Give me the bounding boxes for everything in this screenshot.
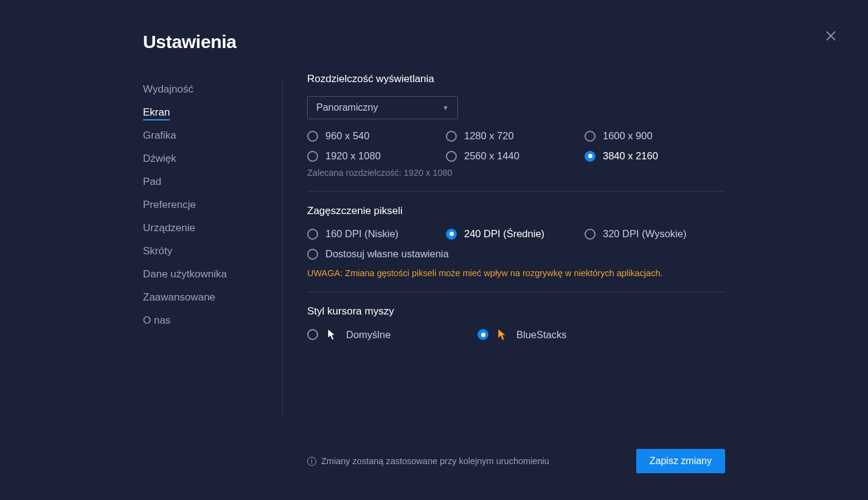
info-icon: i	[307, 457, 316, 466]
sidebar-item-0[interactable]: Wydajność	[143, 78, 282, 101]
dpi-option-2[interactable]: 320 DPI (Wysokie)	[585, 228, 723, 240]
radio-icon	[307, 329, 318, 340]
section-title-dpi: Zagęszczenie pikseli	[307, 205, 725, 217]
page-title: Ustawienia	[143, 32, 237, 52]
dpi-option-label: 320 DPI (Wysokie)	[603, 228, 686, 240]
resolution-option-3[interactable]: 1920 x 1080	[307, 150, 446, 162]
radio-icon	[307, 249, 318, 260]
sidebar-item-5[interactable]: Preferencje	[143, 193, 282, 217]
sidebar-item-label: Dźwięk	[143, 153, 176, 164]
cursor-bluestacks-icon	[496, 328, 509, 341]
recommended-resolution: Zalecana rozdzielczość: 1920 x 1080	[307, 168, 725, 178]
sidebar-item-label: O nas	[143, 314, 170, 326]
dpi-options: 160 DPI (Niskie)240 DPI (Średnie)320 DPI…	[307, 228, 725, 240]
sidebar-item-7[interactable]: Skróty	[143, 240, 282, 263]
sidebar-item-6[interactable]: Urządzenie	[143, 217, 282, 240]
radio-icon	[307, 131, 318, 142]
save-button[interactable]: Zapisz zmiany	[636, 449, 725, 473]
cursor-default-icon	[325, 328, 339, 341]
section-title-resolution: Rozdzielczość wyświetlania	[307, 73, 725, 85]
dpi-option-label: 160 DPI (Niskie)	[325, 228, 398, 240]
resolution-option-label: 1600 x 900	[603, 130, 653, 142]
cursor-option-label: Domyślne	[346, 329, 391, 341]
sidebar: WydajnośćEkranGrafikaDźwiękPadPreferencj…	[143, 78, 283, 418]
aspect-ratio-select[interactable]: Panoramiczny ▼	[307, 96, 458, 119]
radio-icon	[477, 329, 488, 340]
radio-icon	[307, 229, 318, 240]
section-title-cursor: Styl kursora myszy	[307, 305, 725, 318]
sidebar-item-label: Zaawansowane	[143, 291, 215, 303]
close-button[interactable]	[824, 29, 839, 44]
dpi-option-1[interactable]: 240 DPI (Średnie)	[446, 228, 585, 240]
dpi-warning: UWAGA: Zmiana gęstości pikseli może mieć…	[307, 268, 725, 278]
cursor-option-0[interactable]: Domyślne	[307, 328, 477, 341]
sidebar-item-1[interactable]: Ekran	[143, 101, 282, 124]
resolution-option-2[interactable]: 1600 x 900	[585, 130, 723, 142]
resolution-option-label: 2560 x 1440	[464, 150, 519, 162]
dpi-custom-option[interactable]: Dostosuj własne ustawienia	[307, 248, 725, 260]
dpi-option-0[interactable]: 160 DPI (Niskie)	[307, 228, 446, 240]
sidebar-item-label: Ekran	[143, 106, 170, 120]
radio-icon	[585, 131, 595, 142]
sidebar-item-label: Wydajność	[143, 83, 193, 95]
radio-icon	[307, 151, 318, 162]
cursor-option-1[interactable]: BlueStacks	[477, 328, 648, 341]
divider	[307, 291, 725, 292]
footer-note: i Zmiany zostaną zastosowane przy kolejn…	[307, 456, 549, 466]
radio-icon	[585, 229, 595, 240]
dpi-option-label: 240 DPI (Średnie)	[464, 228, 544, 240]
sidebar-item-9[interactable]: Zaawansowane	[143, 286, 282, 309]
footer-note-text: Zmiany zostaną zastosowane przy kolejnym…	[321, 456, 549, 466]
sidebar-item-label: Pad	[143, 176, 161, 187]
close-icon	[824, 29, 838, 43]
cursor-option-label: BlueStacks	[516, 329, 567, 341]
resolution-option-label: 3840 x 2160	[603, 150, 658, 162]
resolution-option-0[interactable]: 960 x 540	[307, 130, 446, 142]
resolution-option-4[interactable]: 2560 x 1440	[446, 150, 585, 162]
sidebar-item-3[interactable]: Dźwięk	[143, 147, 282, 170]
chevron-down-icon: ▼	[442, 104, 449, 111]
dpi-custom-label: Dostosuj własne ustawienia	[325, 248, 449, 260]
divider	[307, 191, 725, 192]
sidebar-item-label: Urządzenie	[143, 222, 195, 234]
footer: i Zmiany zostaną zastosowane przy kolejn…	[307, 449, 725, 473]
resolution-option-label: 1280 x 720	[464, 130, 514, 142]
sidebar-item-label: Grafika	[143, 130, 176, 141]
sidebar-item-4[interactable]: Pad	[143, 170, 282, 193]
cursor-options: DomyślneBlueStacks	[307, 328, 725, 341]
main-panel: Rozdzielczość wyświetlania Panoramiczny …	[307, 73, 725, 476]
sidebar-item-label: Preferencje	[143, 199, 196, 210]
resolution-option-label: 1920 x 1080	[325, 150, 381, 162]
resolution-option-5[interactable]: 3840 x 2160	[585, 150, 723, 162]
radio-icon	[585, 151, 595, 162]
resolution-options: 960 x 5401280 x 7201600 x 9001920 x 1080…	[307, 130, 725, 162]
aspect-ratio-value: Panoramiczny	[316, 102, 378, 113]
sidebar-item-2[interactable]: Grafika	[143, 124, 282, 147]
sidebar-item-label: Skróty	[143, 245, 172, 257]
radio-icon	[446, 131, 457, 142]
sidebar-item-10[interactable]: O nas	[143, 309, 282, 332]
radio-icon	[446, 151, 457, 162]
resolution-option-1[interactable]: 1280 x 720	[446, 130, 585, 142]
radio-icon	[446, 229, 457, 240]
resolution-option-label: 960 x 540	[325, 130, 369, 142]
sidebar-item-8[interactable]: Dane użytkownika	[143, 263, 282, 286]
sidebar-item-label: Dane użytkownika	[143, 268, 227, 280]
